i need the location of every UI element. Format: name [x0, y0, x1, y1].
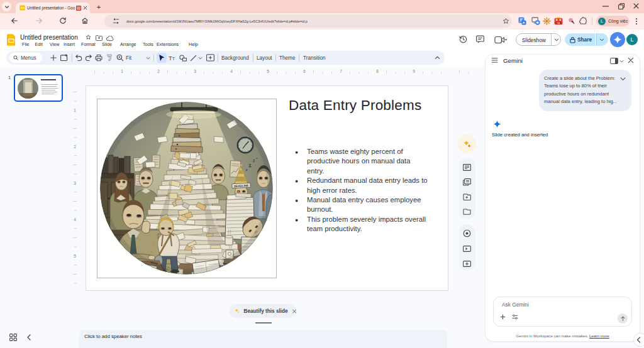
svg-text:5: 5 — [74, 254, 76, 258]
svg-text:z: z — [256, 156, 257, 160]
svg-text:1: 1 — [121, 69, 123, 73]
svg-text:1: 1 — [74, 108, 76, 112]
svg-text:3: 3 — [74, 181, 76, 185]
svg-text:7: 7 — [340, 69, 342, 73]
svg-text:4: 4 — [230, 69, 233, 73]
svg-text:3: 3 — [194, 69, 196, 73]
svg-text:6: 6 — [303, 69, 306, 73]
svg-text:5: 5 — [267, 69, 269, 73]
svg-text:9: 9 — [413, 69, 415, 73]
svg-text:2: 2 — [157, 69, 160, 73]
svg-text:RAI: RAI — [557, 22, 560, 24]
svg-text:8: 8 — [376, 69, 379, 73]
svg-text:2: 2 — [74, 144, 76, 149]
svg-text:4: 4 — [74, 217, 76, 222]
